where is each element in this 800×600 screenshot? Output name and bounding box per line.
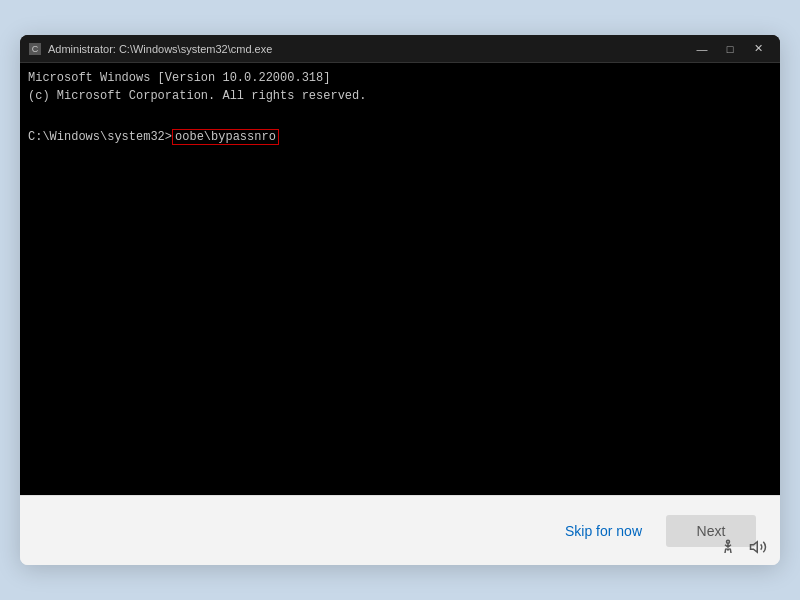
cmd-icon: C (28, 42, 42, 56)
cmd-prompt-line: C:\Windows\system32>oobe\bypassnro (28, 129, 772, 145)
maximize-button[interactable]: □ (716, 39, 744, 59)
cmd-app-icon: C (29, 43, 41, 55)
cmd-titlebar: C Administrator: C:\Windows\system32\cmd… (20, 35, 780, 63)
cmd-output-line-2: (c) Microsoft Corporation. All rights re… (28, 87, 772, 105)
bottom-bar: Skip for now Next (20, 495, 780, 565)
cmd-body: Microsoft Windows [Version 10.0.22000.31… (20, 63, 780, 495)
cmd-command-highlight: oobe\bypassnro (172, 129, 279, 145)
svg-point-0 (727, 540, 730, 543)
cmd-output-line-1: Microsoft Windows [Version 10.0.22000.31… (28, 69, 772, 87)
minimize-button[interactable]: — (688, 39, 716, 59)
close-button[interactable]: ✕ (744, 39, 772, 59)
window-controls: — □ ✕ (688, 39, 772, 59)
skip-button[interactable]: Skip for now (549, 515, 658, 547)
svg-marker-1 (751, 542, 758, 553)
main-container: C Administrator: C:\Windows\system32\cmd… (20, 35, 780, 565)
cmd-command-text: oobe\bypassnro (175, 130, 276, 144)
taskbar-icons (718, 537, 768, 557)
accessibility-icon (718, 537, 738, 557)
volume-icon (748, 537, 768, 557)
cmd-prompt: C:\Windows\system32> (28, 130, 172, 144)
cmd-window: C Administrator: C:\Windows\system32\cmd… (20, 35, 780, 495)
cmd-output-line-3 (28, 105, 772, 123)
cmd-title: Administrator: C:\Windows\system32\cmd.e… (48, 43, 688, 55)
